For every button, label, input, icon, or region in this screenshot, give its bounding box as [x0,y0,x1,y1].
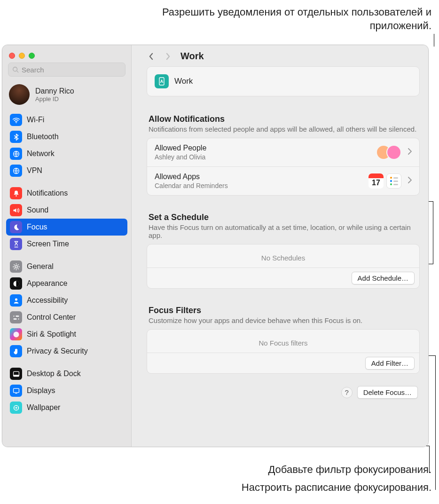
filters-title: Focus Filters [147,306,420,315]
sidebar-item-wi-fi[interactable]: Wi-Fi [6,111,127,128]
sidebar-item-screen-time[interactable]: Screen Time [6,236,127,252]
footer-row: ? Delete Focus… [147,378,420,399]
svg-point-20 [161,79,162,81]
sidebar-item-label: Wallpaper [27,403,60,412]
bluetooth-icon [10,131,22,143]
avatar-2 [386,145,401,160]
svg-point-8 [15,298,17,300]
svg-line-1 [17,71,19,73]
sidebar-item-appearance[interactable]: Appearance [6,275,127,292]
sidebar-item-displays[interactable]: Displays [6,382,127,399]
close-button[interactable] [9,53,15,59]
svg-point-2 [16,122,16,123]
sidebar-item-privacy-security[interactable]: Privacy & Security [6,343,127,360]
annotation-filter: Добавьте фильтр фокусирования. [149,463,431,477]
apple-id-row[interactable]: Danny Rico Apple ID [2,80,131,111]
sidebar-item-label: Focus [27,223,47,231]
sidebar-item-label: Desktop & Dock [27,370,81,378]
sidebar-item-label: Network [27,150,55,158]
sidebar-nav: Wi-FiBluetoothNetworkVPNNotificationsSou… [2,111,131,447]
sidebar-item-label: General [27,262,54,271]
sidebar-item-wallpaper[interactable]: Wallpaper [6,399,127,416]
moon-icon [10,221,22,233]
sidebar-item-vpn[interactable]: VPN [6,162,127,179]
delete-focus-button[interactable]: Delete Focus… [357,386,418,399]
person-icon [10,294,22,307]
schedule-title: Set a Schedule [147,213,420,222]
svg-rect-16 [13,388,19,393]
zoom-button[interactable] [29,53,35,59]
allow-notifications-section: Allow Notifications Notifications from s… [147,114,420,196]
schedule-empty: No Schedules [147,244,419,268]
sidebar-item-general[interactable]: General [6,258,127,275]
svg-point-18 [15,407,16,408]
svg-point-6 [15,265,17,268]
schedule-subtitle: Have this Focus turn on automatically at… [147,222,420,244]
sidebar-item-label: Screen Time [27,240,69,248]
annotation-schedule: Настроить расписание фокусирования. [149,481,431,495]
allowed-apps-row[interactable]: Allowed Apps Calendar and Reminders 17 [147,167,419,195]
sidebar-item-accessibility[interactable]: Accessibility [6,292,127,309]
people-avatars [376,145,401,160]
allowed-people-row[interactable]: Allowed People Ashley and Olivia [147,138,419,167]
sidebar-item-focus[interactable]: Focus [6,219,127,236]
sidebar-item-label: Wi-Fi [27,116,44,124]
settings-window: Search Danny Rico Apple ID Wi-FiBluetoot… [2,45,429,447]
appearance-icon [10,277,22,290]
work-badge-icon [155,74,169,88]
chevron-right-icon [408,177,412,185]
filters-section: Focus Filters Customize how your apps an… [147,306,420,374]
globe-icon [10,165,22,177]
profile-subtitle: Apple ID [35,95,74,102]
content-pane: Work Work Allow Notifications Notificati… [132,45,428,447]
hourglass-icon [10,238,22,250]
search-placeholder: Search [22,66,44,74]
back-button[interactable] [147,52,155,61]
svg-point-0 [13,67,17,71]
svg-point-12 [16,318,18,320]
sidebar-item-sound[interactable]: Sound [6,202,127,219]
focus-header-card[interactable]: Work [147,66,420,96]
add-schedule-button[interactable]: Add Schedule… [352,272,415,284]
minimize-button[interactable] [19,53,25,59]
sidebar-item-network[interactable]: Network [6,145,127,162]
sidebar-item-label: Privacy & Security [27,347,88,355]
profile-name: Danny Rico [35,87,74,95]
globe-icon [10,148,22,160]
switches-icon [10,311,22,323]
help-button[interactable]: ? [341,387,353,398]
sidebar-item-label: Siri & Spotlight [27,330,76,339]
filters-empty: No Focus filters [147,330,419,353]
chevron-right-icon [408,148,412,157]
allow-subtitle: Notifications from selected people and a… [147,124,420,138]
sidebar: Search Danny Rico Apple ID Wi-FiBluetoot… [2,45,132,447]
focus-header-label: Work [174,77,193,86]
svg-point-5 [16,195,17,197]
sidebar-item-label: Bluetooth [27,133,59,141]
hand-icon [10,345,22,357]
calendar-app-icon: 17 [368,173,384,189]
page-title: Work [180,51,204,62]
schedule-section: Set a Schedule Have this Focus turn on a… [147,213,420,289]
svg-point-13 [13,331,19,337]
sidebar-item-label: Displays [27,386,55,395]
filters-subtitle: Customize how your apps and device behav… [147,315,420,329]
sidebar-item-label: Sound [27,206,48,214]
window-controls [2,48,131,63]
reminders-app-icon [386,173,401,189]
search-input[interactable]: Search [8,63,125,77]
dock-icon [10,368,22,380]
sidebar-item-desktop-dock[interactable]: Desktop & Dock [6,365,127,382]
sidebar-item-label: Accessibility [27,296,68,305]
sidebar-item-label: Control Center [27,313,76,322]
sidebar-item-control-center[interactable]: Control Center [6,309,127,326]
search-icon [12,66,19,73]
sidebar-item-bluetooth[interactable]: Bluetooth [6,128,127,145]
forward-button[interactable] [164,52,172,61]
allowed-apps-title: Allowed Apps [155,173,362,181]
add-filter-button[interactable]: Add Filter… [365,357,415,370]
allow-title: Allow Notifications [147,114,420,124]
sidebar-item-siri-spotlight[interactable]: Siri & Spotlight [6,326,127,343]
gear-icon [10,260,22,273]
sidebar-item-notifications[interactable]: Notifications [6,185,127,202]
